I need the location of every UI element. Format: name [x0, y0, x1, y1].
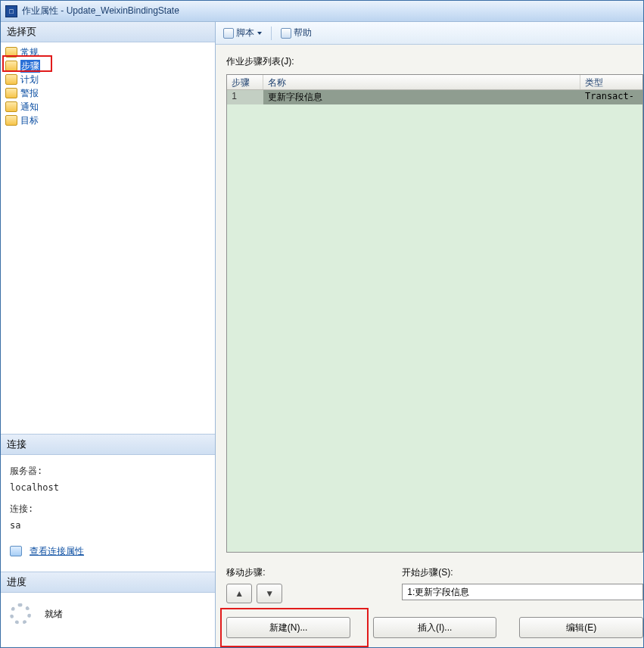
main-content: 作业步骤列表(J): 步骤 名称 类型 1 更新字段信息 Transact-: [216, 45, 643, 647]
connection-section: 连接 服务器: localhost 连接: sa 查看连接属性: [1, 434, 215, 572]
connection-body: 服务器: localhost 连接: sa 查看连接属性: [1, 455, 215, 572]
edit-button[interactable]: 编辑(E): [519, 617, 643, 638]
nav-item-steps[interactable]: 步骤: [2, 59, 213, 73]
edit-button-label: 编辑(E): [566, 622, 596, 634]
help-button[interactable]: 帮助: [279, 25, 313, 41]
button-row: 新建(N)... 插入(I)... 编辑(E): [226, 617, 643, 638]
script-button[interactable]: 脚本: [222, 25, 263, 41]
nav-item-alerts[interactable]: 警报: [2, 86, 213, 100]
cell-type: Transact-: [580, 90, 642, 104]
page-nav: 常规 步骤 计划 警报 通知: [1, 42, 215, 434]
select-page-header: 选择页: [1, 22, 215, 42]
progress-body: 就绪: [1, 593, 215, 647]
move-up-button[interactable]: ▲: [226, 584, 252, 603]
toolbar: 脚本 帮助: [216, 22, 643, 45]
move-arrow-row: ▲ ▼: [226, 584, 370, 603]
spinner-icon: [10, 603, 31, 625]
conn-label: 连接:: [10, 502, 206, 516]
steps-grid[interactable]: 步骤 名称 类型 1 更新字段信息 Transact-: [226, 74, 643, 553]
arrow-up-icon: ▲: [235, 588, 244, 599]
start-step-group: 开始步骤(S): 1:更新字段信息: [402, 566, 643, 603]
nav-label: 步骤: [20, 60, 40, 73]
bottom-controls: 移动步骤: ▲ ▼ 开始步骤(S): 1:: [226, 553, 643, 603]
folder-icon: [5, 88, 17, 98]
nav-label: 常规: [20, 46, 39, 59]
app-icon: □: [5, 5, 17, 17]
folder-icon: [5, 74, 17, 85]
new-button[interactable]: 新建(N)...: [226, 617, 350, 638]
nav-item-targets[interactable]: 目标: [2, 114, 213, 127]
cell-name: 更新字段信息: [263, 90, 580, 104]
network-icon: [10, 546, 22, 556]
server-value: localhost: [10, 481, 206, 494]
help-icon: [281, 28, 291, 39]
right-panel: 脚本 帮助 作业步骤列表(J): 步骤 名称 类型: [216, 22, 643, 647]
connection-header: 连接: [1, 435, 215, 455]
window-body: 选择页 常规 步骤 计划 警报: [1, 22, 643, 647]
nav-item-schedules[interactable]: 计划: [2, 73, 213, 86]
nav-label: 目标: [20, 114, 39, 127]
folder-icon: [5, 47, 17, 58]
job-properties-window: □ 作业属性 - Update_WeixinBindingState 选择页 常…: [0, 0, 644, 648]
new-button-label: 新建(N)...: [269, 622, 308, 634]
nav-item-notifications[interactable]: 通知: [2, 100, 213, 114]
grid-body[interactable]: [227, 104, 642, 552]
move-down-button[interactable]: ▼: [257, 584, 282, 603]
start-step-value: 1:更新字段信息: [407, 586, 469, 599]
step-list-label: 作业步骤列表(J):: [226, 55, 643, 68]
arrow-down-icon: ▼: [265, 588, 274, 599]
title-bar[interactable]: □ 作业属性 - Update_WeixinBindingState: [1, 1, 643, 22]
nav-label: 警报: [20, 87, 39, 100]
nav-item-general[interactable]: 常规: [2, 45, 213, 59]
nav-label: 通知: [20, 101, 39, 114]
nav-label: 计划: [20, 73, 39, 86]
grid-row[interactable]: 1 更新字段信息 Transact-: [227, 90, 642, 104]
conn-value: sa: [10, 519, 206, 532]
folder-icon: [5, 115, 17, 126]
start-step-select[interactable]: 1:更新字段信息: [402, 584, 643, 600]
move-step-label: 移动步骤:: [226, 566, 370, 579]
col-type[interactable]: 类型: [580, 75, 642, 89]
insert-button[interactable]: 插入(I)...: [373, 617, 497, 638]
grid-header: 步骤 名称 类型: [227, 75, 642, 90]
script-icon: [223, 28, 234, 39]
left-panel: 选择页 常规 步骤 计划 警报: [1, 22, 216, 647]
start-step-label: 开始步骤(S):: [402, 566, 643, 579]
folder-icon: [5, 101, 17, 112]
progress-header: 进度: [1, 572, 215, 593]
col-name[interactable]: 名称: [263, 75, 580, 89]
move-step-group: 移动步骤: ▲ ▼: [226, 566, 370, 603]
view-connection-properties-link[interactable]: 查看连接属性: [30, 544, 84, 558]
progress-section: 进度 就绪: [1, 572, 215, 647]
col-step[interactable]: 步骤: [227, 75, 263, 89]
server-label: 服务器:: [10, 464, 206, 478]
toolbar-separator: [271, 26, 272, 40]
cell-step: 1: [227, 90, 263, 104]
insert-button-label: 插入(I)...: [418, 622, 452, 634]
script-label: 脚本: [236, 26, 254, 39]
help-label: 帮助: [294, 26, 312, 39]
folder-icon: [5, 61, 17, 71]
chevron-down-icon: [257, 32, 262, 35]
window-title: 作业属性 - Update_WeixinBindingState: [22, 5, 179, 17]
progress-status: 就绪: [45, 608, 63, 621]
